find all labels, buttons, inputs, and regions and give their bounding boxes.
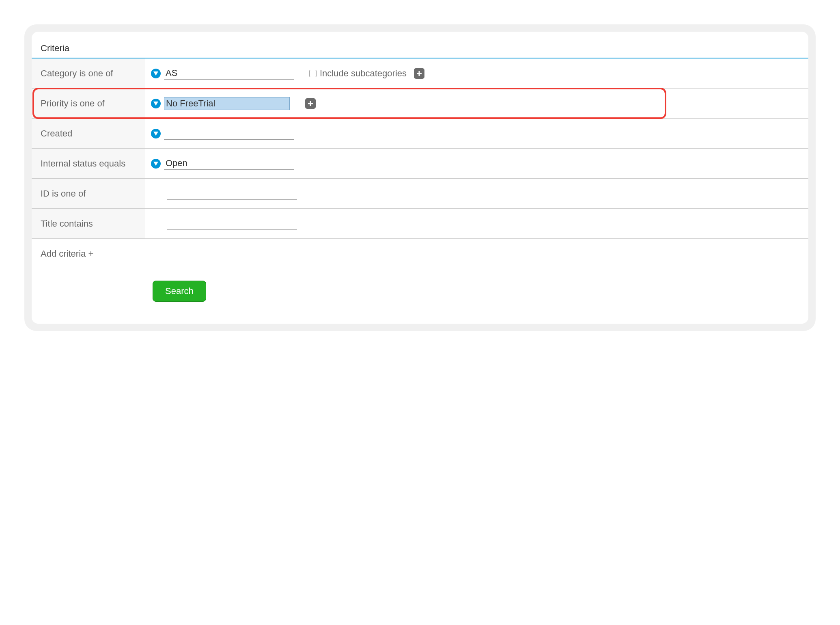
add-category-button[interactable]	[414, 68, 424, 79]
criteria-panel: Criteria Category is one of Include subc…	[24, 24, 816, 331]
criteria-header: Criteria	[32, 32, 808, 58]
internal-status-input[interactable]	[164, 157, 294, 170]
category-label: Category is one of	[32, 58, 145, 88]
dropdown-icon[interactable]	[151, 99, 161, 108]
dropdown-icon[interactable]	[151, 159, 161, 169]
criteria-panel-inner: Criteria Category is one of Include subc…	[32, 32, 808, 324]
criteria-row-title: Title contains	[32, 209, 808, 239]
priority-input[interactable]	[164, 97, 290, 110]
svg-marker-6	[153, 132, 158, 136]
criteria-row-category: Category is one of Include subcategories	[32, 58, 808, 89]
search-row: Search	[32, 269, 808, 324]
svg-marker-7	[153, 162, 158, 166]
dropdown-icon[interactable]	[151, 129, 161, 138]
created-value-cell	[145, 121, 808, 145]
title-value-cell	[145, 212, 808, 236]
category-value-cell: Include subcategories	[145, 61, 808, 85]
criteria-row-id: ID is one of	[32, 179, 808, 209]
title-label: Title contains	[32, 209, 145, 238]
created-label: Created	[32, 119, 145, 148]
id-input[interactable]	[167, 187, 297, 200]
add-criteria-button[interactable]: Add criteria +	[32, 239, 808, 269]
include-subcategories-label: Include subcategories	[320, 68, 407, 79]
priority-label: Priority is one of	[32, 89, 145, 118]
created-input[interactable]	[164, 127, 294, 140]
criteria-row-created: Created	[32, 119, 808, 149]
criteria-row-priority: Priority is one of	[32, 89, 808, 119]
include-subcategories-checkbox[interactable]	[309, 70, 317, 77]
internal-status-value-cell	[145, 151, 808, 175]
criteria-row-internal-status: Internal status equals	[32, 149, 808, 179]
svg-marker-0	[153, 71, 158, 76]
category-input[interactable]	[164, 67, 294, 80]
id-value-cell	[145, 182, 808, 205]
add-priority-button[interactable]	[305, 98, 316, 109]
svg-marker-3	[153, 102, 158, 106]
title-input[interactable]	[167, 217, 297, 230]
internal-status-label: Internal status equals	[32, 149, 145, 178]
id-label: ID is one of	[32, 179, 145, 208]
include-subcategories-wrap: Include subcategories	[309, 68, 407, 79]
dropdown-icon[interactable]	[151, 69, 161, 78]
priority-value-cell	[145, 91, 808, 116]
search-button[interactable]: Search	[153, 281, 206, 302]
